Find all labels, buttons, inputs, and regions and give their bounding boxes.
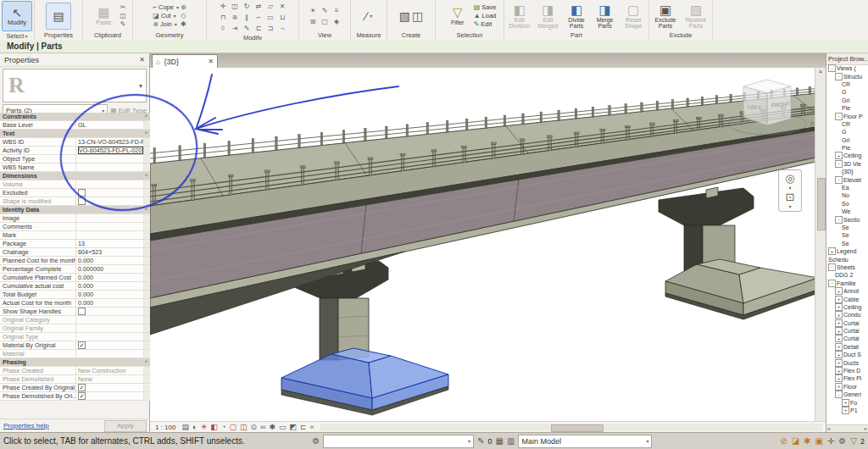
- collapse-icon[interactable]: -: [835, 176, 843, 184]
- shadows-icon[interactable]: ◧: [211, 423, 219, 432]
- bridge-model[interactable]: LEFT FRONT: [150, 68, 815, 421]
- detail-level-icon[interactable]: ▤: [181, 423, 189, 432]
- collapse-icon[interactable]: -: [828, 64, 836, 72]
- property-value-volume[interactable]: [76, 180, 144, 188]
- property-value-package[interactable]: 13: [76, 240, 144, 247]
- property-value-original-family[interactable]: [76, 324, 144, 332]
- property-row-button[interactable]: [144, 223, 150, 230]
- selected-footing-part[interactable]: [281, 348, 448, 415]
- view-tool-icon-1[interactable]: ✎: [320, 5, 331, 15]
- tree-item-legend[interactable]: +Legend: [826, 247, 868, 255]
- tree-item-pie[interactable]: Pie: [826, 104, 868, 112]
- property-value-phase-created-by-original[interactable]: ✓: [76, 384, 144, 391]
- tree-item-detail[interactable]: +Detail: [826, 343, 868, 351]
- checkbox-material-by-original[interactable]: ✓: [78, 341, 86, 349]
- measure-icon[interactable]: ∕: [365, 10, 367, 22]
- modify-tool-icon-3[interactable]: ⇄: [253, 1, 264, 11]
- expand-icon[interactable]: +: [835, 327, 843, 335]
- property-row-button[interactable]: [144, 392, 150, 400]
- tree-item-sectio[interactable]: -Sectio: [826, 215, 868, 223]
- divide-parts-button[interactable]: ◧ Divide Parts: [563, 3, 590, 30]
- property-value-percentage-complete[interactable]: 0.000000: [76, 265, 144, 273]
- crop-view-icon[interactable]: ▢: [229, 423, 236, 432]
- modify-tool-icon-16[interactable]: ⊐: [265, 23, 276, 33]
- design-option-combo[interactable]: Main Model ▾: [518, 435, 652, 448]
- property-row-button[interactable]: [144, 257, 150, 264]
- tree-item-flex-d[interactable]: +Flex D: [826, 367, 868, 374]
- property-row-button[interactable]: [144, 291, 150, 298]
- checkbox-phase-demolished-by-ori[interactable]: ✓: [78, 392, 86, 400]
- edit-merged-button[interactable]: ◨ Edit Merged: [535, 3, 562, 30]
- tree-item-cr[interactable]: CR: [826, 120, 868, 128]
- expand-icon[interactable]: +: [835, 335, 843, 342]
- property-value-base-level[interactable]: GL: [76, 121, 144, 129]
- modify-tool-icon-13[interactable]: ⇥: [230, 23, 241, 33]
- view-tab-3d[interactable]: ⌂ {3D} ✕: [152, 54, 218, 68]
- apply-button[interactable]: Apply: [104, 420, 147, 432]
- tree-item-so[interactable]: So: [826, 200, 868, 208]
- property-value-original-type[interactable]: [76, 333, 144, 341]
- modify-tool-icon-12[interactable]: ◊: [218, 23, 229, 33]
- checkbox-show-shape-handles[interactable]: [78, 308, 86, 315]
- property-value-total-budget[interactable]: 0.000: [76, 291, 144, 298]
- view-scale-button[interactable]: 1 : 100: [155, 424, 175, 431]
- expand-icon[interactable]: +: [835, 343, 843, 351]
- property-row-button[interactable]: [144, 197, 150, 205]
- tree-item-curtai[interactable]: +Curtai: [826, 319, 868, 327]
- tree-item-ceiling[interactable]: +Ceiling: [826, 303, 868, 311]
- type-selector[interactable]: R ▾: [3, 69, 147, 103]
- restore-parts-button[interactable]: ▨ Restore Parts: [682, 3, 710, 30]
- crop-region-icon[interactable]: ◫: [240, 423, 248, 432]
- tree-item-ducts[interactable]: +Ducts: [826, 358, 868, 366]
- view-tool-icon-5[interactable]: ◈: [331, 16, 342, 26]
- ribbon-panel-label-measure[interactable]: Measure: [351, 31, 387, 40]
- ribbon-panel-label-properties[interactable]: Properties: [35, 31, 82, 40]
- property-value-show-shape-handles[interactable]: [76, 308, 144, 315]
- steering-wheel-icon[interactable]: ◎: [785, 172, 794, 185]
- tree-item-annot[interactable]: +Annot: [826, 287, 868, 295]
- property-row-button[interactable]: [144, 274, 150, 281]
- property-row-button[interactable]: [144, 189, 150, 197]
- modify-tool-icon-0[interactable]: ✛: [218, 1, 229, 11]
- property-value-wbs-id[interactable]: 13-CN-VO-604523-FD-PL: [76, 138, 144, 146]
- modify-tool-icon-7[interactable]: ≋: [230, 12, 241, 22]
- property-value-planned-cost-for-the-month[interactable]: 0.000: [76, 257, 144, 264]
- active-edit-field[interactable]: VO-604523-FD-PL-020: [78, 147, 143, 154]
- tree-item-ddg-2[interactable]: DDG 2: [826, 271, 868, 279]
- load-selection-button[interactable]: ▲Load: [474, 12, 497, 19]
- tree-item-p1[interactable]: +P1: [826, 407, 868, 414]
- copy-to-clipboard-icon[interactable]: ◫: [120, 12, 126, 19]
- expand-icon[interactable]: +: [828, 247, 836, 255]
- tree-item-se[interactable]: Se: [826, 224, 868, 231]
- expand-icon[interactable]: +: [835, 303, 843, 311]
- ribbon-panel-label-create[interactable]: Create: [387, 31, 435, 40]
- properties-toggle-button[interactable]: ▤: [46, 3, 71, 30]
- tree-item-cr[interactable]: CR: [826, 80, 868, 88]
- view-properties-icon[interactable]: ▭: [279, 423, 287, 432]
- property-row-button[interactable]: [144, 231, 150, 239]
- tree-item-condu[interactable]: +Condu: [826, 311, 868, 319]
- select-pinned-icon[interactable]: ✱: [804, 436, 810, 446]
- modify-tool-icon-15[interactable]: ⊏: [253, 23, 264, 33]
- zoom-window-icon[interactable]: ⊡: [786, 191, 795, 203]
- tree-item-gri[interactable]: Gri: [826, 136, 868, 144]
- modify-tool-icon-6[interactable]: ⊓: [218, 12, 229, 22]
- lock-3d-view-icon[interactable]: ⊙: [250, 423, 257, 432]
- tree-item-curtai[interactable]: +Curtai: [826, 335, 868, 342]
- property-row-button[interactable]: [144, 121, 150, 129]
- tree-item-g[interactable]: G: [826, 128, 868, 136]
- cope-button[interactable]: ⌐Cope▾: [153, 3, 179, 11]
- expand-icon[interactable]: +: [842, 399, 849, 407]
- model-canvas[interactable]: LEFT FRONT ◎ ▾ ⊡ ▾: [150, 68, 815, 421]
- property-row-button[interactable]: [144, 350, 150, 358]
- property-row-button[interactable]: [144, 324, 150, 332]
- ribbon-panel-label-clipboard[interactable]: Clipboard: [83, 31, 132, 40]
- tree-item-flex-pi[interactable]: +Flex Pi: [826, 374, 868, 382]
- ribbon-panel-label-select[interactable]: Select▾: [0, 32, 34, 40]
- tree-item-familie[interactable]: -Familie: [826, 280, 868, 287]
- tree-item-3d-vie[interactable]: -3D Vie: [826, 160, 868, 168]
- tree-item-floor[interactable]: +Floor: [826, 383, 868, 391]
- tree-item-3d[interactable]: {3D}: [826, 168, 868, 175]
- property-value-activity-id[interactable]: VO-604523-FD-PL-020: [76, 147, 144, 154]
- collapse-icon[interactable]: -: [828, 280, 836, 287]
